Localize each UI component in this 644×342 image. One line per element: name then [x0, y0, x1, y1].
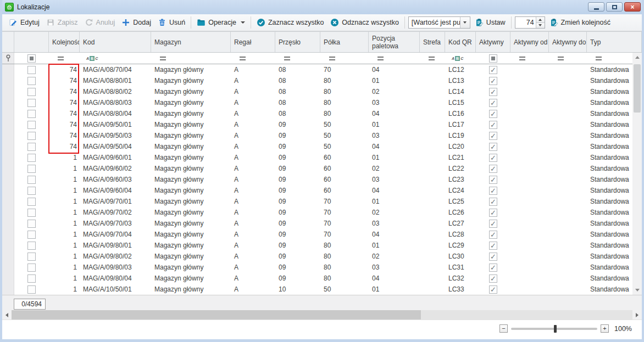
cell-regal[interactable]: A	[231, 130, 275, 141]
cell-aktywny_od[interactable]	[510, 185, 549, 196]
cell-aktywny[interactable]: ✓	[476, 273, 510, 284]
cell-kod[interactable]: MAG/A/08/80/04	[80, 108, 151, 119]
cell-strefa[interactable]	[420, 251, 445, 262]
cell-przeslo[interactable]: 09	[275, 130, 320, 141]
cell-aktywny_od[interactable]	[510, 207, 549, 218]
row-checkbox[interactable]	[27, 242, 36, 250]
table-row[interactable]: 1MAG/A/09/70/03Magazyn głównyA097003LC27…	[2, 218, 642, 229]
cell-przeslo[interactable]: 08	[275, 97, 320, 108]
cell-strefa[interactable]	[420, 273, 445, 284]
cell-aktywny_od[interactable]	[510, 75, 549, 86]
cell-przeslo[interactable]: 09	[275, 174, 320, 185]
cell-regal[interactable]: A	[231, 196, 275, 207]
cell-polka[interactable]: 60	[320, 163, 369, 174]
row-select-cell[interactable]	[14, 108, 49, 119]
cell-polka[interactable]: 80	[320, 108, 369, 119]
cell-kolejnosc[interactable]: 1	[49, 196, 80, 207]
cell-aktywny_od[interactable]	[510, 218, 549, 229]
cell-kolejnosc[interactable]: 74	[49, 75, 80, 86]
row-checkbox[interactable]	[27, 198, 36, 206]
active-checkbox[interactable]: ✓	[489, 176, 497, 184]
cell-kod[interactable]: MAG/A/09/50/01	[80, 119, 151, 130]
cell-kod_qr[interactable]: LC13	[445, 75, 476, 86]
cell-strefa[interactable]	[420, 174, 445, 185]
filter-cell-9[interactable]: ABC	[445, 53, 476, 64]
cell-pozycja[interactable]: 02	[369, 207, 420, 218]
cell-pozycja[interactable]: 04	[369, 141, 420, 152]
cell-magazyn[interactable]: Magazyn główny	[151, 251, 231, 262]
cell-kod[interactable]: MAG/A/09/60/01	[80, 152, 151, 163]
cell-regal[interactable]: A	[231, 64, 275, 75]
cell-strefa[interactable]	[420, 163, 445, 174]
cell-kolejnosc[interactable]: 74	[49, 86, 80, 97]
cell-kolejnosc[interactable]: 74	[49, 119, 80, 130]
cell-kod_qr[interactable]: LC31	[445, 262, 476, 273]
cell-kolejnosc[interactable]: 1	[49, 262, 80, 273]
delete-button[interactable]: Usuń	[154, 16, 188, 29]
cell-pozycja[interactable]: 04	[369, 108, 420, 119]
cell-polka[interactable]: 70	[320, 229, 369, 240]
cell-pozycja[interactable]: 02	[369, 251, 420, 262]
cell-kod_qr[interactable]: LC16	[445, 108, 476, 119]
cell-strefa[interactable]	[420, 75, 445, 86]
cell-magazyn[interactable]: Magazyn główny	[151, 75, 231, 86]
cell-aktywny[interactable]: ✓	[476, 108, 510, 119]
scroll-down-button[interactable]	[632, 285, 642, 295]
cell-polka[interactable]: 80	[320, 240, 369, 251]
cell-magazyn[interactable]: Magazyn główny	[151, 108, 231, 119]
active-checkbox[interactable]: ✓	[489, 220, 497, 228]
cell-pozycja[interactable]: 04	[369, 273, 420, 284]
cell-aktywny_do[interactable]	[549, 119, 587, 130]
cell-kod[interactable]: MAG/A/09/60/04	[80, 185, 151, 196]
cell-polka[interactable]: 70	[320, 196, 369, 207]
cell-pozycja[interactable]: 01	[369, 75, 420, 86]
cell-strefa[interactable]	[420, 185, 445, 196]
cell-polka[interactable]: 50	[320, 141, 369, 152]
cell-regal[interactable]: A	[231, 108, 275, 119]
cell-aktywny[interactable]: ✓	[476, 240, 510, 251]
row-checkbox[interactable]	[27, 88, 36, 96]
row-checkbox[interactable]	[27, 209, 36, 217]
cell-magazyn[interactable]: Magazyn główny	[151, 174, 231, 185]
spinner-up-button[interactable]	[536, 17, 545, 23]
filter-cell-3[interactable]	[151, 53, 231, 64]
cell-aktywny_od[interactable]	[510, 97, 549, 108]
active-checkbox[interactable]: ✓	[489, 77, 497, 85]
vertical-scroll-thumb[interactable]	[634, 64, 641, 113]
cell-aktywny_do[interactable]	[549, 185, 587, 196]
cell-kod[interactable]: MAG/A/09/70/01	[80, 196, 151, 207]
row-checkbox[interactable]	[27, 187, 36, 195]
cell-strefa[interactable]	[420, 196, 445, 207]
row-checkbox[interactable]	[27, 154, 36, 162]
cell-aktywny_do[interactable]	[549, 97, 587, 108]
zoom-slider[interactable]	[511, 328, 597, 330]
row-select-cell[interactable]	[14, 86, 49, 97]
set-button[interactable]: Ustaw	[471, 16, 509, 29]
cell-przeslo[interactable]: 09	[275, 185, 320, 196]
cell-strefa[interactable]	[420, 86, 445, 97]
cell-kolejnosc[interactable]: 74	[49, 141, 80, 152]
cell-przeslo[interactable]: 09	[275, 218, 320, 229]
row-checkbox[interactable]	[27, 165, 36, 173]
active-checkbox[interactable]: ✓	[489, 231, 497, 239]
filter-select-cell[interactable]	[14, 53, 49, 64]
cell-kod_qr[interactable]: LC25	[445, 196, 476, 207]
cell-kolejnosc[interactable]: 1	[49, 152, 80, 163]
cell-aktywny[interactable]: ✓	[476, 284, 510, 295]
cell-pozycja[interactable]: 01	[369, 240, 420, 251]
cell-aktywny_do[interactable]	[549, 262, 587, 273]
cell-kod[interactable]: MAG/A/09/50/03	[80, 130, 151, 141]
active-checkbox[interactable]: ✓	[489, 154, 497, 162]
cell-kod_qr[interactable]: LC15	[445, 97, 476, 108]
table-row[interactable]: 1MAG/A/09/70/01Magazyn głównyA097001LC25…	[2, 196, 642, 207]
row-checkbox[interactable]	[27, 176, 36, 184]
cell-aktywny_od[interactable]	[510, 229, 549, 240]
cell-strefa[interactable]	[420, 229, 445, 240]
table-row[interactable]: 1MAG/A/09/80/03Magazyn głównyA098003LC31…	[2, 262, 642, 273]
cell-kod_qr[interactable]: LC27	[445, 218, 476, 229]
cell-kolejnosc[interactable]: 1	[49, 218, 80, 229]
cell-kod[interactable]: MAG/A/08/80/02	[80, 86, 151, 97]
cell-przeslo[interactable]: 09	[275, 196, 320, 207]
cell-kolejnosc[interactable]: 1	[49, 251, 80, 262]
row-checkbox[interactable]	[27, 121, 36, 129]
